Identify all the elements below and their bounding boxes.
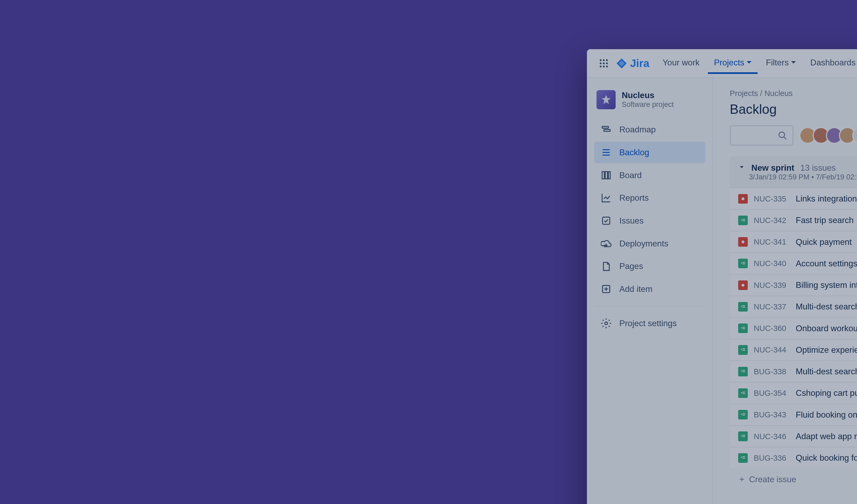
issue-row[interactable]: BUG-338Multi-dest search UI webACCOUNTS [730, 360, 857, 382]
sprint-name[interactable]: New sprint [752, 163, 794, 173]
breadcrumb[interactable]: Projects / Nucleus [730, 89, 857, 98]
svg-rect-20 [605, 171, 607, 179]
svg-point-8 [606, 66, 608, 68]
story-icon [738, 345, 748, 355]
issue-row[interactable]: NUC-344Optimize experience for mobile we… [730, 339, 857, 360]
svg-rect-33 [741, 219, 742, 220]
search-icon [778, 131, 787, 140]
svg-point-1 [603, 59, 605, 61]
svg-rect-61 [742, 436, 745, 437]
svg-rect-48 [742, 349, 745, 349]
issue-summary: Multi-dest search UI mobileweb [796, 302, 857, 312]
issue-summary: Fluid booking on tablets [796, 410, 857, 420]
issue-row[interactable]: BUG-336Quick booking for accomodations -… [730, 447, 857, 468]
svg-rect-15 [604, 130, 610, 132]
project-switcher[interactable]: Nucleus Software project [594, 90, 705, 109]
issue-key[interactable]: NUC-340 [754, 259, 790, 268]
issue-summary: Onboard workout options (OWO) [796, 323, 857, 333]
issues-icon [600, 215, 612, 227]
sidebar-item-label: Issues [619, 216, 643, 226]
svg-rect-44 [741, 327, 742, 328]
reports-icon [600, 192, 612, 204]
issue-row[interactable]: NUC-337Multi-dest search UI mobilewebACC… [730, 296, 857, 317]
chevron-down-icon[interactable] [738, 163, 745, 173]
issue-key[interactable]: NUC-335 [754, 194, 790, 203]
nav-dashboards[interactable]: Dashboards [804, 53, 857, 74]
sidebar-item-project-settings[interactable]: Project settings [594, 313, 705, 334]
sidebar-item-issues[interactable]: Issues [594, 210, 705, 232]
issue-row[interactable]: NUC-360Onboard workout options (OWO)ACCO… [730, 317, 857, 339]
issue-key[interactable]: NUC-337 [754, 302, 790, 311]
issue-key[interactable]: NUC-339 [754, 281, 790, 290]
avatar-stack[interactable]: +3 [803, 127, 857, 144]
nav-your-work[interactable]: Your work [657, 53, 705, 74]
issue-row[interactable]: NUC-341Quick paymentFEEDBACK [730, 231, 857, 252]
svg-point-26 [605, 322, 607, 324]
create-issue-button[interactable]: + Create issue [730, 468, 857, 490]
issue-row[interactable]: NUC-339Billing system integration - fron… [730, 274, 857, 296]
issue-key[interactable]: NUC-346 [754, 432, 790, 441]
svg-rect-14 [602, 127, 608, 129]
sidebar-item-roadmap[interactable]: Roadmap [594, 119, 705, 140]
svg-rect-47 [741, 349, 742, 350]
sidebar-item-deployments[interactable]: Deployments [594, 233, 705, 254]
issue-key[interactable]: NUC-344 [754, 345, 790, 354]
sidebar-item-board[interactable]: Board [594, 164, 705, 186]
issue-key[interactable]: BUG-343 [754, 410, 790, 419]
sprint-header: New sprint 13 issues 3/Jan/19 02:59 PM •… [730, 156, 857, 188]
sidebar-item-add-item[interactable]: Add item [594, 278, 705, 300]
svg-rect-59 [741, 435, 742, 436]
bug-icon [738, 237, 748, 247]
issue-row[interactable]: NUC-335Links integration - frontendBILLI… [730, 188, 857, 209]
issue-row[interactable]: NUC-342Fast trip searchACCOUNTS [730, 209, 857, 231]
issue-key[interactable]: NUC-342 [754, 216, 790, 225]
svg-rect-56 [741, 414, 742, 415]
story-icon [738, 432, 748, 441]
issue-key[interactable]: NUC-341 [754, 237, 790, 247]
sidebar-item-label: Pages [619, 261, 643, 271]
issue-summary: Billing system integration - frontend [796, 280, 857, 290]
story-icon [738, 259, 748, 268]
story-icon [738, 302, 748, 312]
nav-filters[interactable]: Filters [760, 53, 802, 74]
issue-row[interactable]: NUC-340Account settings defaultsACCOUNTS [730, 253, 857, 274]
backlog-search-input[interactable] [730, 125, 793, 146]
jira-app-window: Jira Your work Projects Filters Dashboar… [587, 49, 857, 504]
svg-rect-21 [608, 171, 610, 179]
svg-rect-19 [602, 171, 604, 179]
roadmap-icon [600, 123, 612, 136]
issue-key[interactable]: BUG-354 [754, 389, 790, 398]
app-switcher-icon[interactable] [594, 54, 613, 73]
issue-summary: Links integration - frontend [796, 194, 857, 204]
svg-rect-22 [603, 217, 610, 224]
issue-row[interactable]: NUC-346Adapt web app no new payments pro… [730, 425, 857, 447]
issue-key[interactable]: NUC-360 [754, 324, 790, 333]
issue-summary: Multi-dest search UI web [796, 367, 857, 376]
issue-row[interactable]: BUG-343Fluid booking on tabletsFEEDBACK [730, 404, 857, 425]
sidebar-item-pages[interactable]: Pages [594, 255, 705, 277]
svg-rect-53 [741, 392, 742, 393]
nav-projects[interactable]: Projects [708, 53, 757, 74]
sidebar-divider [594, 306, 705, 306]
page-title: Backlog [730, 102, 857, 117]
issue-key[interactable]: BUG-336 [754, 453, 790, 463]
top-navbar: Jira Your work Projects Filters Dashboar… [587, 49, 857, 78]
sidebar-item-backlog[interactable]: Backlog [594, 142, 705, 163]
sidebar-item-reports[interactable]: Reports [594, 187, 705, 209]
svg-point-4 [603, 63, 605, 64]
svg-rect-34 [742, 219, 745, 220]
sidebar-item-label: Add item [619, 284, 653, 294]
issue-row[interactable]: BUG-354Cshoping cart purchasing error - … [730, 382, 857, 404]
svg-rect-35 [742, 220, 745, 221]
pages-icon [600, 260, 612, 272]
svg-rect-57 [742, 413, 745, 414]
story-icon [738, 216, 748, 225]
svg-rect-50 [741, 371, 742, 372]
project-type: Software project [622, 100, 674, 109]
jira-logo[interactable]: Jira [616, 57, 649, 70]
svg-rect-62 [741, 457, 742, 458]
issue-key[interactable]: BUG-338 [754, 367, 790, 376]
story-icon [738, 410, 748, 419]
issue-summary: Quick booking for accomodations - web [796, 453, 857, 463]
sidebar-item-label: Reports [619, 193, 649, 203]
